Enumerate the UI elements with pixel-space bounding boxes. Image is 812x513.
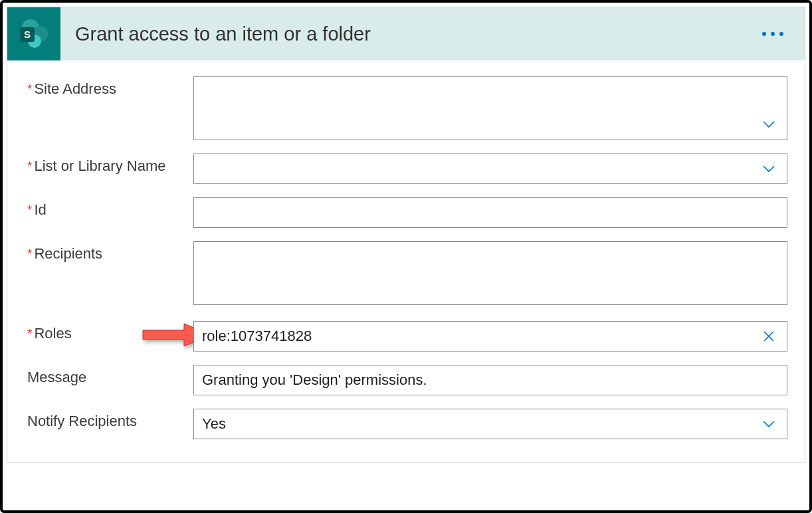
card-header: S Grant access to an item or a folder	[7, 7, 805, 60]
recipients-input[interactable]	[193, 241, 787, 305]
label-id: *Id	[27, 197, 193, 228]
notify-input[interactable]: Yes	[193, 409, 787, 439]
clear-icon[interactable]	[760, 327, 778, 346]
chevron-down-icon[interactable]	[760, 115, 778, 134]
list-name-input[interactable]	[193, 154, 787, 184]
site-address-input[interactable]	[193, 76, 787, 140]
label-notify: Notify Recipients	[27, 409, 193, 439]
row-message: Message	[27, 365, 787, 395]
card-body: *Site Address *List or Library Name	[7, 60, 805, 462]
row-notify: Notify Recipients Yes	[27, 409, 787, 439]
label-site-address: *Site Address	[27, 76, 193, 140]
row-id: *Id	[27, 197, 787, 228]
sharepoint-icon: S	[7, 7, 60, 60]
more-menu-button[interactable]	[757, 27, 789, 41]
action-card: S Grant access to an item or a folder *S…	[7, 7, 805, 462]
label-list-name: *List or Library Name	[27, 154, 193, 184]
chevron-down-icon[interactable]	[760, 159, 778, 178]
svg-text:S: S	[24, 29, 31, 40]
label-recipients: *Recipients	[27, 241, 193, 308]
row-roles: *Roles role:1073741828	[27, 321, 787, 352]
label-roles: *Roles	[27, 321, 193, 352]
card-title: Grant access to an item or a folder	[75, 23, 757, 45]
id-input[interactable]	[193, 197, 787, 228]
row-recipients: *Recipients	[27, 241, 787, 308]
row-site-address: *Site Address	[27, 76, 787, 140]
roles-input[interactable]: role:1073741828	[193, 321, 787, 352]
label-message: Message	[27, 365, 193, 395]
message-input[interactable]	[193, 365, 787, 395]
row-list-name: *List or Library Name	[27, 154, 787, 184]
chevron-down-icon[interactable]	[760, 415, 778, 433]
